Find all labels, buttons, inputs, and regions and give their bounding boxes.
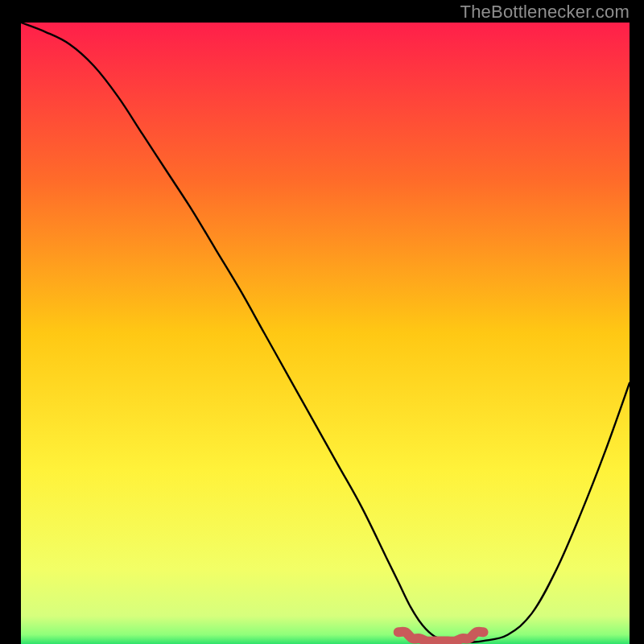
bottleneck-chart <box>0 0 644 644</box>
chart-container: TheBottlenecker.com <box>0 0 644 644</box>
attribution-text: TheBottlenecker.com <box>460 2 630 23</box>
gradient-panel <box>21 23 630 644</box>
